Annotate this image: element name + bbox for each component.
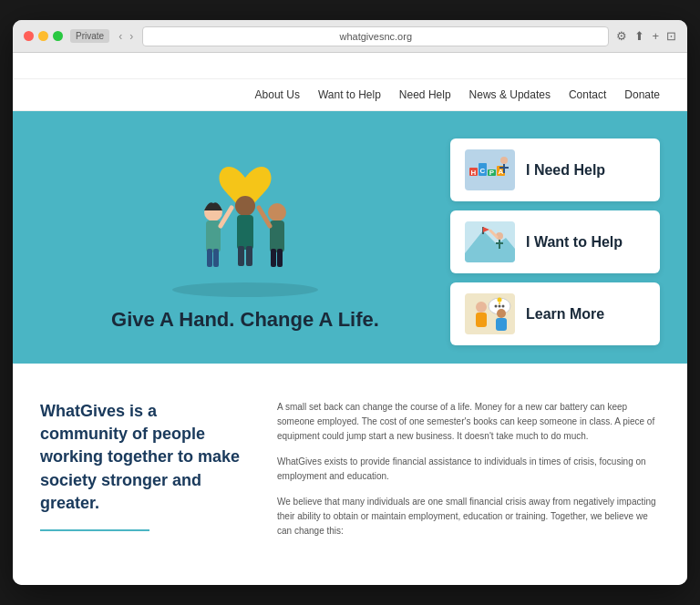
main-nav: About Us Want to Help Need Help News & U… (13, 79, 687, 111)
page-content: About Us Want to Help Need Help News & U… (13, 53, 687, 585)
svg-rect-41 (496, 318, 507, 331)
browser-window: Private ‹ › whatgivesnc.org ⚙ ⬆ + ⊡ Abou… (13, 20, 687, 585)
svg-point-38 (499, 305, 501, 308)
privacy-badge: Private (70, 29, 109, 43)
i-need-help-card[interactable]: H C P A I Need Help (450, 138, 660, 201)
top-nav (13, 53, 687, 79)
svg-point-37 (495, 305, 498, 308)
svg-point-34 (476, 302, 487, 313)
add-tab-icon[interactable]: + (652, 29, 659, 43)
hero-section: Give A Hand. Change A Life. H C (13, 111, 687, 364)
svg-point-6 (268, 203, 286, 221)
svg-rect-4 (213, 249, 219, 267)
nav-arrows: ‹ › (117, 30, 135, 43)
svg-rect-7 (270, 220, 284, 252)
close-button[interactable] (24, 31, 34, 41)
svg-rect-8 (271, 249, 276, 267)
svg-text:A: A (499, 168, 504, 176)
i-need-help-image: H C P A (465, 149, 515, 190)
address-bar[interactable]: whatgivesnc.org (142, 26, 609, 46)
about-title: WhatGives is a community of people worki… (40, 400, 241, 515)
hero-right: H C P A I Need Help (450, 138, 660, 345)
svg-rect-13 (238, 246, 244, 266)
svg-point-40 (497, 309, 506, 318)
svg-rect-3 (207, 249, 212, 267)
svg-rect-33 (465, 293, 515, 334)
nav-about-us[interactable]: About Us (255, 88, 300, 101)
minimize-button[interactable] (38, 31, 48, 41)
traffic-lights (24, 31, 63, 41)
i-want-to-help-card[interactable]: I Want to Help (450, 210, 660, 273)
about-left: WhatGives is a community of people worki… (40, 400, 241, 549)
browser-actions: ⚙ ⬆ + ⊡ (616, 29, 676, 43)
hero-illustration (154, 153, 336, 299)
maximize-button[interactable] (53, 31, 63, 41)
svg-rect-14 (246, 246, 252, 266)
nav-want-to-help[interactable]: Want to Help (318, 88, 381, 101)
hero-tagline: Give A Hand. Change A Life. (111, 308, 379, 332)
learn-more-image (465, 293, 515, 334)
learn-more-svg (465, 293, 515, 334)
i-need-help-label: I Need Help (526, 162, 605, 179)
svg-point-11 (235, 196, 255, 216)
settings-icon[interactable]: ⚙ (616, 29, 627, 43)
learn-more-card[interactable]: Learn More (450, 282, 660, 345)
svg-point-0 (172, 282, 318, 297)
people-svg (154, 153, 336, 299)
back-arrow[interactable]: ‹ (117, 30, 124, 43)
svg-point-24 (500, 157, 508, 164)
svg-text:C: C (480, 167, 486, 175)
share-icon[interactable]: ⬆ (634, 29, 644, 43)
forward-arrow[interactable]: › (128, 30, 135, 43)
about-divider (40, 529, 149, 531)
nav-need-help[interactable]: Need Help (399, 88, 451, 101)
about-section: WhatGives is a community of people worki… (13, 364, 687, 585)
hero-left: Give A Hand. Change A Life. (40, 153, 450, 332)
url-text: whatgivesnc.org (340, 31, 413, 42)
svg-point-39 (502, 305, 505, 308)
svg-line-10 (259, 208, 270, 226)
about-paragraph-1: A small set back can change the course o… (277, 400, 660, 444)
about-right: A small set back can change the course o… (277, 400, 660, 549)
i-need-help-svg: H C P A (465, 149, 515, 190)
nav-donate[interactable]: Donate (624, 88, 660, 101)
i-want-to-help-label: I Want to Help (526, 234, 623, 251)
svg-rect-35 (476, 313, 487, 327)
about-paragraph-3: We believe that many individuals are one… (277, 495, 660, 538)
nav-contact[interactable]: Contact (569, 88, 606, 101)
svg-rect-12 (237, 215, 253, 250)
browser-chrome: Private ‹ › whatgivesnc.org ⚙ ⬆ + ⊡ (13, 20, 687, 53)
nav-news-updates[interactable]: News & Updates (469, 88, 551, 101)
svg-text:P: P (489, 169, 495, 177)
i-want-to-help-svg (465, 221, 515, 262)
more-icon[interactable]: ⊡ (666, 29, 676, 43)
svg-point-42 (498, 298, 502, 302)
svg-text:H: H (471, 169, 477, 177)
learn-more-label: Learn More (526, 306, 604, 323)
svg-rect-9 (277, 249, 283, 267)
svg-rect-2 (206, 220, 221, 252)
about-paragraph-2: WhatGives exists to provide financial as… (277, 455, 660, 484)
i-want-to-help-image (465, 221, 515, 262)
